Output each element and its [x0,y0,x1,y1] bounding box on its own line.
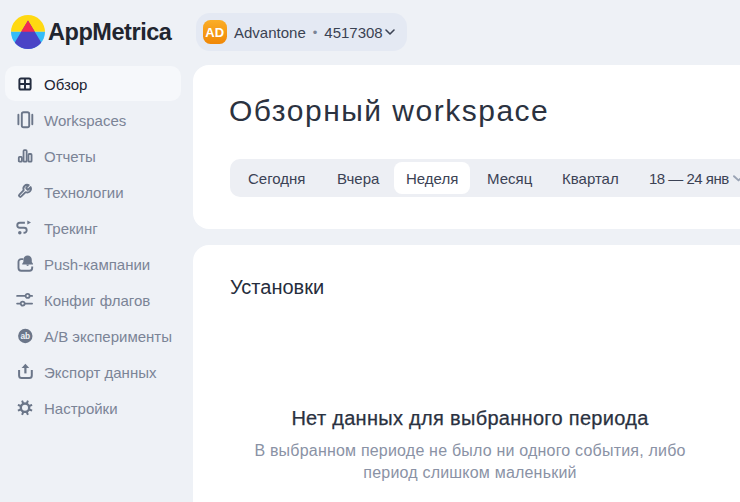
svg-text:ab: ab [20,331,30,341]
